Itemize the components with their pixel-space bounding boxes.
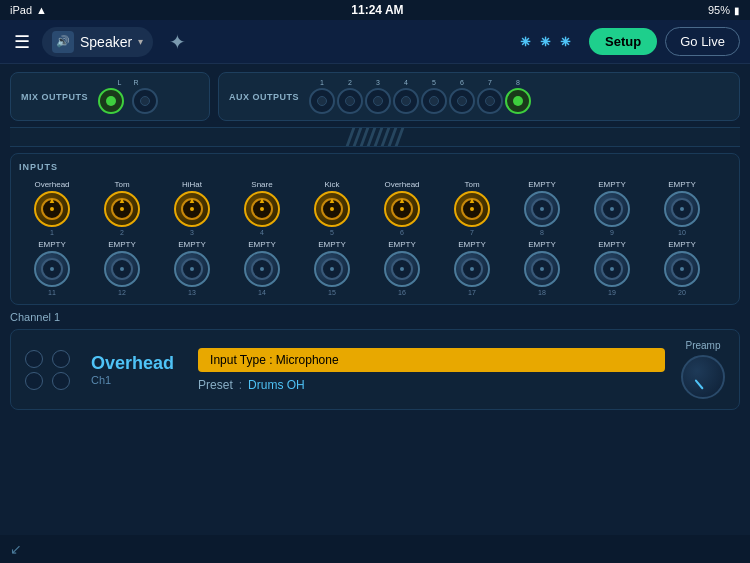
input-knob-16[interactable]	[384, 251, 420, 287]
inputs-row-2: EMPTY 11 EMPTY 12 EMPTY	[19, 240, 731, 296]
outputs-section: MIX OUTPUTS L R AUX OUTPUTS 1	[10, 72, 740, 121]
mix-output-l[interactable]	[98, 88, 124, 114]
input-knob-2[interactable]: ▲	[104, 191, 140, 227]
aux-ch-7[interactable]: 7	[477, 79, 503, 114]
input-knob-4[interactable]: ▲	[244, 191, 280, 227]
input-ch-18[interactable]: EMPTY 18	[509, 240, 575, 296]
channel-controls: Input Type : Microphone Preset : Drums O…	[198, 348, 665, 392]
mix-outputs-label: MIX OUTPUTS	[21, 92, 88, 102]
input-knob-20[interactable]	[664, 251, 700, 287]
ch-icon-3	[25, 372, 43, 390]
inputs-section: INPUTS Overhead ▲ 1 Tom ▲	[10, 153, 740, 305]
device-icon: 🔊	[52, 31, 74, 53]
input-ch-15[interactable]: EMPTY 15	[299, 240, 365, 296]
status-left: iPad ▲	[10, 4, 47, 16]
input-ch-11[interactable]: EMPTY 11	[19, 240, 85, 296]
input-knob-14[interactable]	[244, 251, 280, 287]
golive-button[interactable]: Go Live	[665, 27, 740, 56]
aux-ch-2[interactable]: 2	[337, 79, 363, 114]
aux-ch-5[interactable]: 5	[421, 79, 447, 114]
input-knob-15[interactable]	[314, 251, 350, 287]
menu-button[interactable]: ☰	[10, 27, 34, 57]
input-ch-10[interactable]: EMPTY 10	[649, 180, 715, 236]
mix-output-r[interactable]	[132, 88, 158, 114]
time-label: 11:24 AM	[351, 3, 403, 17]
preset-row: Preset : Drums OH	[198, 378, 665, 392]
input-knob-9[interactable]	[594, 191, 630, 227]
input-ch-16[interactable]: EMPTY 16	[369, 240, 435, 296]
ch-icon-1	[25, 350, 43, 368]
setup-button[interactable]: Setup	[589, 28, 657, 55]
input-ch-14[interactable]: EMPTY 14	[229, 240, 295, 296]
battery-label: 95%	[708, 4, 730, 16]
input-knob-13[interactable]	[174, 251, 210, 287]
input-ch-2[interactable]: Tom ▲ 2	[89, 180, 155, 236]
channel-name: Overhead	[91, 353, 174, 374]
bottom-icon: ↙	[10, 541, 22, 557]
input-ch-8[interactable]: EMPTY 8	[509, 180, 575, 236]
inputs-grid: Overhead ▲ 1 Tom ▲ 2 HiHat	[19, 180, 731, 296]
input-knob-8[interactable]	[524, 191, 560, 227]
mix-outputs-box: MIX OUTPUTS L R	[10, 72, 210, 121]
input-ch-13[interactable]: EMPTY 13	[159, 240, 225, 296]
bottom-bar: ↙	[0, 535, 750, 563]
preamp-label: Preamp	[685, 340, 720, 351]
input-ch-1[interactable]: Overhead ▲ 1	[19, 180, 85, 236]
aux-ch-8[interactable]: 8	[505, 79, 531, 114]
preamp-section: Preamp	[681, 340, 725, 399]
preamp-knob[interactable]	[681, 355, 725, 399]
input-knob-3[interactable]: ▲	[174, 191, 210, 227]
input-knob-12[interactable]	[104, 251, 140, 287]
input-ch-9[interactable]: EMPTY 9	[579, 180, 645, 236]
main-content: MIX OUTPUTS L R AUX OUTPUTS 1	[0, 64, 750, 563]
input-ch-4[interactable]: Snare ▲ 4	[229, 180, 295, 236]
input-ch-12[interactable]: EMPTY 12	[89, 240, 155, 296]
input-knob-5[interactable]: ▲	[314, 191, 350, 227]
channel-detail: Overhead Ch1 Input Type : Microphone Pre…	[10, 329, 740, 410]
preset-separator: :	[239, 378, 242, 392]
inputs-label: INPUTS	[19, 162, 731, 172]
aux-ch-1[interactable]: 1	[309, 79, 335, 114]
dots-icon[interactable]: ⁕ ⁕ ⁕	[518, 31, 573, 53]
aux-numbers: 1 2 3 4 5	[309, 79, 531, 114]
input-knob-18[interactable]	[524, 251, 560, 287]
preamp-knob-indicator	[695, 379, 704, 389]
input-ch-3[interactable]: HiHat ▲ 3	[159, 180, 225, 236]
input-ch-20[interactable]: EMPTY 20	[649, 240, 715, 296]
mix-l-label: L	[118, 79, 122, 86]
channel-icons	[25, 350, 75, 390]
status-bar: iPad ▲ 11:24 AM 95% ▮	[0, 0, 750, 20]
aux-ch-6[interactable]: 6	[449, 79, 475, 114]
decorative-stripes	[349, 128, 401, 146]
top-nav: ☰ 🔊 Speaker ▾ ✦ ⁕ ⁕ ⁕ Setup Go Live	[0, 20, 750, 64]
channel-name-block: Overhead Ch1	[91, 353, 174, 386]
input-knob-1[interactable]: ▲	[34, 191, 70, 227]
input-knob-17[interactable]	[454, 251, 490, 287]
input-ch-6[interactable]: Overhead ▲ 6	[369, 180, 435, 236]
status-right: 95% ▮	[708, 4, 740, 16]
channel-detail-label: Channel 1	[10, 311, 740, 323]
input-ch-5[interactable]: Kick ▲ 5	[299, 180, 365, 236]
input-ch-19[interactable]: EMPTY 19	[579, 240, 645, 296]
input-ch-7[interactable]: Tom ▲ 7	[439, 180, 505, 236]
input-knob-11[interactable]	[34, 251, 70, 287]
aux-outputs-box: AUX OUTPUTS 1 2 3 4	[218, 72, 740, 121]
aux-ch-4[interactable]: 4	[393, 79, 419, 114]
input-knob-6[interactable]: ▲	[384, 191, 420, 227]
input-type-button[interactable]: Input Type : Microphone	[198, 348, 665, 372]
wifi-icon: ▲	[36, 4, 47, 16]
input-knob-19[interactable]	[594, 251, 630, 287]
aux-ch-3[interactable]: 3	[365, 79, 391, 114]
device-name: Speaker	[80, 34, 132, 50]
mix-r-label: R	[133, 79, 138, 86]
carrier-label: iPad	[10, 4, 32, 16]
device-selector[interactable]: 🔊 Speaker ▾	[42, 27, 153, 57]
input-knob-7[interactable]: ▲	[454, 191, 490, 227]
input-knob-10[interactable]	[664, 191, 700, 227]
stripe-area	[10, 127, 740, 147]
chevron-down-icon: ▾	[138, 36, 143, 47]
input-ch-17[interactable]: EMPTY 17	[439, 240, 505, 296]
grid-icon[interactable]: ✦	[165, 26, 190, 58]
ch-icon-4	[52, 372, 70, 390]
preset-value[interactable]: Drums OH	[248, 378, 305, 392]
